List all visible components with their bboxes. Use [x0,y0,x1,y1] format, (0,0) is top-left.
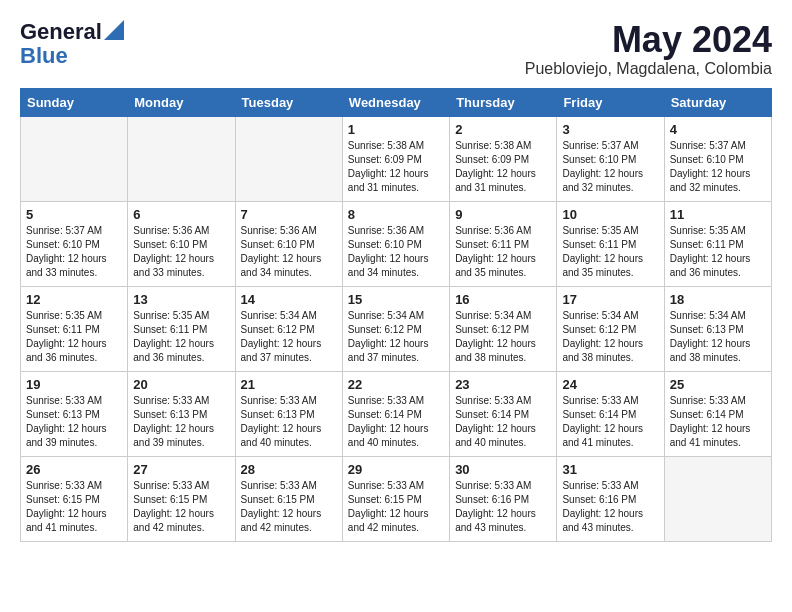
header-wednesday: Wednesday [342,88,449,116]
day-number: 19 [26,377,122,392]
day-number: 24 [562,377,658,392]
table-row: 20Sunrise: 5:33 AM Sunset: 6:13 PM Dayli… [128,371,235,456]
day-number: 15 [348,292,444,307]
day-info: Sunrise: 5:35 AM Sunset: 6:11 PM Dayligh… [133,309,229,365]
logo-icon [104,20,124,40]
table-row [664,456,771,541]
day-info: Sunrise: 5:34 AM Sunset: 6:12 PM Dayligh… [562,309,658,365]
table-row [21,116,128,201]
header-saturday: Saturday [664,88,771,116]
day-info: Sunrise: 5:33 AM Sunset: 6:16 PM Dayligh… [562,479,658,535]
day-number: 17 [562,292,658,307]
day-number: 4 [670,122,766,137]
day-info: Sunrise: 5:33 AM Sunset: 6:13 PM Dayligh… [26,394,122,450]
day-info: Sunrise: 5:33 AM Sunset: 6:15 PM Dayligh… [26,479,122,535]
day-info: Sunrise: 5:33 AM Sunset: 6:14 PM Dayligh… [562,394,658,450]
table-row: 24Sunrise: 5:33 AM Sunset: 6:14 PM Dayli… [557,371,664,456]
day-number: 14 [241,292,337,307]
table-row: 22Sunrise: 5:33 AM Sunset: 6:14 PM Dayli… [342,371,449,456]
day-number: 29 [348,462,444,477]
table-row: 4Sunrise: 5:37 AM Sunset: 6:10 PM Daylig… [664,116,771,201]
calendar-table: Sunday Monday Tuesday Wednesday Thursday… [20,88,772,542]
header-tuesday: Tuesday [235,88,342,116]
calendar-week-row: 12Sunrise: 5:35 AM Sunset: 6:11 PM Dayli… [21,286,772,371]
table-row: 19Sunrise: 5:33 AM Sunset: 6:13 PM Dayli… [21,371,128,456]
table-row: 8Sunrise: 5:36 AM Sunset: 6:10 PM Daylig… [342,201,449,286]
calendar-week-row: 26Sunrise: 5:33 AM Sunset: 6:15 PM Dayli… [21,456,772,541]
table-row: 6Sunrise: 5:36 AM Sunset: 6:10 PM Daylig… [128,201,235,286]
day-number: 31 [562,462,658,477]
day-info: Sunrise: 5:35 AM Sunset: 6:11 PM Dayligh… [26,309,122,365]
table-row: 26Sunrise: 5:33 AM Sunset: 6:15 PM Dayli… [21,456,128,541]
day-number: 5 [26,207,122,222]
day-number: 30 [455,462,551,477]
day-number: 28 [241,462,337,477]
day-info: Sunrise: 5:33 AM Sunset: 6:15 PM Dayligh… [133,479,229,535]
day-info: Sunrise: 5:36 AM Sunset: 6:11 PM Dayligh… [455,224,551,280]
day-info: Sunrise: 5:33 AM Sunset: 6:14 PM Dayligh… [455,394,551,450]
day-info: Sunrise: 5:36 AM Sunset: 6:10 PM Dayligh… [133,224,229,280]
day-info: Sunrise: 5:34 AM Sunset: 6:13 PM Dayligh… [670,309,766,365]
table-row: 1Sunrise: 5:38 AM Sunset: 6:09 PM Daylig… [342,116,449,201]
svg-marker-0 [104,20,124,40]
day-info: Sunrise: 5:37 AM Sunset: 6:10 PM Dayligh… [562,139,658,195]
table-row: 29Sunrise: 5:33 AM Sunset: 6:15 PM Dayli… [342,456,449,541]
table-row: 28Sunrise: 5:33 AM Sunset: 6:15 PM Dayli… [235,456,342,541]
header-sunday: Sunday [21,88,128,116]
table-row: 25Sunrise: 5:33 AM Sunset: 6:14 PM Dayli… [664,371,771,456]
table-row: 27Sunrise: 5:33 AM Sunset: 6:15 PM Dayli… [128,456,235,541]
month-title: May 2024 [525,20,772,60]
day-number: 6 [133,207,229,222]
day-number: 23 [455,377,551,392]
table-row: 23Sunrise: 5:33 AM Sunset: 6:14 PM Dayli… [450,371,557,456]
calendar-week-row: 19Sunrise: 5:33 AM Sunset: 6:13 PM Dayli… [21,371,772,456]
table-row: 7Sunrise: 5:36 AM Sunset: 6:10 PM Daylig… [235,201,342,286]
day-info: Sunrise: 5:33 AM Sunset: 6:13 PM Dayligh… [133,394,229,450]
day-number: 3 [562,122,658,137]
page-header: General Blue May 2024 Puebloviejo, Magda… [20,20,772,78]
day-number: 7 [241,207,337,222]
day-number: 20 [133,377,229,392]
table-row: 13Sunrise: 5:35 AM Sunset: 6:11 PM Dayli… [128,286,235,371]
day-number: 22 [348,377,444,392]
day-info: Sunrise: 5:33 AM Sunset: 6:16 PM Dayligh… [455,479,551,535]
day-info: Sunrise: 5:34 AM Sunset: 6:12 PM Dayligh… [455,309,551,365]
table-row: 21Sunrise: 5:33 AM Sunset: 6:13 PM Dayli… [235,371,342,456]
table-row: 10Sunrise: 5:35 AM Sunset: 6:11 PM Dayli… [557,201,664,286]
table-row [235,116,342,201]
calendar-week-row: 5Sunrise: 5:37 AM Sunset: 6:10 PM Daylig… [21,201,772,286]
day-number: 12 [26,292,122,307]
day-info: Sunrise: 5:35 AM Sunset: 6:11 PM Dayligh… [562,224,658,280]
day-info: Sunrise: 5:33 AM Sunset: 6:14 PM Dayligh… [348,394,444,450]
header-friday: Friday [557,88,664,116]
title-area: May 2024 Puebloviejo, Magdalena, Colombi… [525,20,772,78]
table-row: 18Sunrise: 5:34 AM Sunset: 6:13 PM Dayli… [664,286,771,371]
table-row: 14Sunrise: 5:34 AM Sunset: 6:12 PM Dayli… [235,286,342,371]
day-info: Sunrise: 5:34 AM Sunset: 6:12 PM Dayligh… [348,309,444,365]
day-info: Sunrise: 5:33 AM Sunset: 6:15 PM Dayligh… [241,479,337,535]
day-info: Sunrise: 5:34 AM Sunset: 6:12 PM Dayligh… [241,309,337,365]
calendar-header-row: Sunday Monday Tuesday Wednesday Thursday… [21,88,772,116]
table-row [128,116,235,201]
table-row: 5Sunrise: 5:37 AM Sunset: 6:10 PM Daylig… [21,201,128,286]
table-row: 15Sunrise: 5:34 AM Sunset: 6:12 PM Dayli… [342,286,449,371]
day-number: 10 [562,207,658,222]
day-number: 2 [455,122,551,137]
day-info: Sunrise: 5:37 AM Sunset: 6:10 PM Dayligh… [26,224,122,280]
day-info: Sunrise: 5:33 AM Sunset: 6:13 PM Dayligh… [241,394,337,450]
day-number: 1 [348,122,444,137]
table-row: 2Sunrise: 5:38 AM Sunset: 6:09 PM Daylig… [450,116,557,201]
day-number: 18 [670,292,766,307]
day-number: 8 [348,207,444,222]
logo: General Blue [20,20,124,68]
header-monday: Monday [128,88,235,116]
day-info: Sunrise: 5:37 AM Sunset: 6:10 PM Dayligh… [670,139,766,195]
day-info: Sunrise: 5:38 AM Sunset: 6:09 PM Dayligh… [348,139,444,195]
table-row: 16Sunrise: 5:34 AM Sunset: 6:12 PM Dayli… [450,286,557,371]
logo-blue-text: Blue [20,43,68,68]
day-number: 27 [133,462,229,477]
day-info: Sunrise: 5:33 AM Sunset: 6:14 PM Dayligh… [670,394,766,450]
day-info: Sunrise: 5:36 AM Sunset: 6:10 PM Dayligh… [241,224,337,280]
calendar-week-row: 1Sunrise: 5:38 AM Sunset: 6:09 PM Daylig… [21,116,772,201]
day-info: Sunrise: 5:33 AM Sunset: 6:15 PM Dayligh… [348,479,444,535]
